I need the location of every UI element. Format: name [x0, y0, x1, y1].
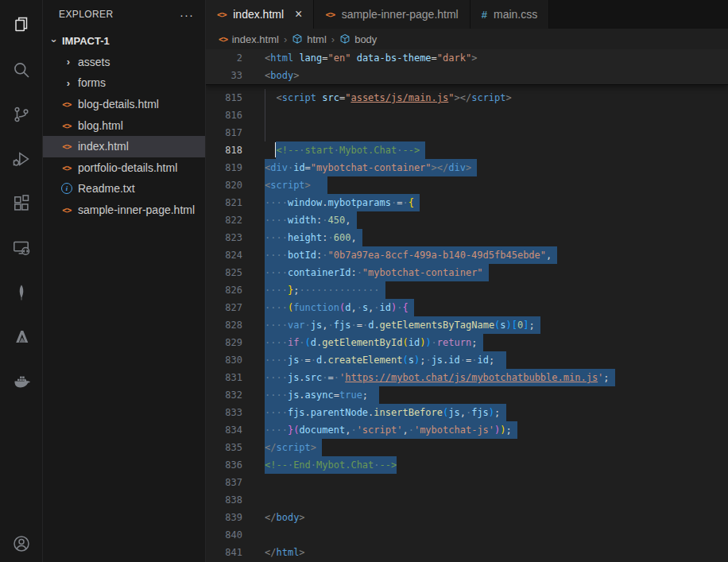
line-number[interactable]: 828	[206, 316, 242, 334]
line-number[interactable]: 837	[206, 474, 242, 491]
code-line-827[interactable]: 827····(function(d,·s,·id)·{	[206, 299, 728, 316]
mongodb-icon[interactable]	[0, 270, 42, 315]
line-number[interactable]: 33	[206, 67, 242, 84]
code-line-836[interactable]: 836<!--·End·Mybot.Chat·-->	[206, 456, 728, 474]
code-line-816[interactable]: 816	[206, 107, 728, 124]
breadcrumb-item-index.html[interactable]: <>index.html	[219, 33, 279, 45]
code-line-2[interactable]: 2<html lang="en" data-bs-theme="dark">	[206, 49, 728, 67]
run-debug-icon[interactable]	[0, 137, 42, 181]
code-text[interactable]: ····fjs.parentNode.insertBefore(js,·fjs)…	[242, 404, 506, 421]
sidebar-item-sample-inner-page-html[interactable]: <>sample-inner-page.html	[43, 200, 205, 221]
tab-index-html[interactable]: <>index.html×	[206, 0, 314, 29]
code-text[interactable]: <script src="assets/js/main.js"></script…	[242, 89, 512, 107]
code-line-33[interactable]: 33<body>	[206, 67, 728, 84]
code-line-841[interactable]: 841</html>	[206, 544, 728, 561]
code-line-815[interactable]: 815 <script src="assets/js/main.js"></sc…	[206, 89, 728, 107]
code-text[interactable]: ····if·(d.getElementById(id))·return;	[242, 334, 483, 351]
line-number[interactable]: 831	[206, 369, 242, 386]
code-text[interactable]: ····js.async=true;	[242, 386, 379, 404]
code-text[interactable]	[242, 124, 265, 141]
line-number[interactable]: 836	[206, 456, 242, 474]
code-text[interactable]	[242, 526, 265, 544]
extensions-icon[interactable]	[0, 181, 42, 226]
code-editor[interactable]: 2<html lang="en" data-bs-theme="dark">33…	[206, 49, 728, 562]
code-line-825[interactable]: 825····containerId:·"mybotchat-container…	[206, 264, 728, 281]
close-icon[interactable]: ×	[295, 8, 302, 21]
code-line-839[interactable]: 839</body>	[206, 509, 728, 526]
line-number[interactable]: 824	[206, 246, 242, 264]
code-text[interactable]: ····js.src·=·'https://mybot.chat/js/mybo…	[242, 369, 615, 386]
line-number[interactable]: 833	[206, 404, 242, 421]
code-text[interactable]: ····containerId:·"mybotchat-container"	[242, 264, 489, 281]
line-number[interactable]: 834	[206, 421, 242, 439]
sticky-scroll[interactable]: 2<html lang="en" data-bs-theme="dark">33…	[206, 49, 728, 85]
code-text[interactable]: <!--·start·Mybot.Chat·-->	[242, 141, 425, 159]
docker-icon[interactable]	[0, 359, 42, 404]
line-number[interactable]: 827	[206, 299, 242, 316]
code-line-818[interactable]: 818 <!--·start·Mybot.Chat·-->	[206, 141, 728, 159]
sidebar-item-index-html[interactable]: <>index.html	[43, 136, 205, 157]
code-line-821[interactable]: 821····window.mybotparams·=·{	[206, 194, 728, 211]
code-text[interactable]	[242, 107, 265, 124]
source-control-icon[interactable]	[0, 92, 42, 137]
line-number[interactable]: 832	[206, 386, 242, 404]
code-text[interactable]	[242, 491, 265, 509]
tab-sample-inner-page-html[interactable]: <>sample-inner-page.html	[314, 0, 470, 29]
line-number[interactable]: 816	[206, 107, 242, 124]
line-number[interactable]: 823	[206, 229, 242, 246]
code-line-835[interactable]: 835</script>	[206, 439, 728, 456]
code-text[interactable]: ····}(document,·'script',·'mybotchat-js'…	[242, 421, 517, 439]
azure-icon[interactable]	[0, 315, 42, 359]
line-number[interactable]: 840	[206, 526, 242, 544]
code-text[interactable]: <div·id="mybotchat-container"></div>	[242, 159, 477, 176]
code-lines[interactable]: 815 <script src="assets/js/main.js"></sc…	[206, 85, 728, 561]
line-number[interactable]: 820	[206, 176, 242, 194]
search-icon[interactable]	[0, 48, 42, 92]
line-number[interactable]: 841	[206, 544, 242, 561]
code-text[interactable]: </script>	[242, 439, 322, 456]
code-text[interactable]: ····botId:·"0b7a97ea-8ccf-499a-b140-49d5…	[242, 246, 557, 264]
code-text[interactable]: ····height:·600,	[242, 229, 362, 246]
code-text[interactable]: <html lang="en" data-bs-theme="dark">	[242, 49, 477, 67]
line-number[interactable]: 818	[206, 141, 242, 159]
code-text[interactable]: <body>	[242, 67, 299, 84]
code-text[interactable]: ····width:·450,	[242, 211, 357, 229]
tab-main-css[interactable]: #main.css	[470, 0, 549, 29]
line-number[interactable]: 838	[206, 491, 242, 509]
breadcrumb-item-html[interactable]: html	[292, 33, 327, 45]
code-text[interactable]: <script>	[242, 176, 327, 194]
sidebar-item-forms[interactable]: ›forms	[43, 72, 205, 94]
code-line-838[interactable]: 838	[206, 491, 728, 509]
code-text[interactable]: ····(function(d,·s,·id)·{	[242, 299, 414, 316]
code-line-823[interactable]: 823····height:·600,	[206, 229, 728, 246]
code-line-840[interactable]: 840	[206, 526, 728, 544]
more-actions-icon[interactable]: ···	[180, 8, 194, 21]
code-text[interactable]	[242, 474, 265, 491]
line-number[interactable]: 839	[206, 509, 242, 526]
files-icon[interactable]	[0, 3, 42, 48]
line-number[interactable]: 815	[206, 89, 242, 107]
code-line-828[interactable]: 828····var·js,·fjs·=·d.getElementsByTagN…	[206, 316, 728, 334]
sidebar-item-assets[interactable]: ›assets	[43, 52, 205, 73]
code-line-822[interactable]: 822····width:·450,	[206, 211, 728, 229]
code-text[interactable]: </body>	[242, 509, 305, 526]
sidebar-item-blog-html[interactable]: <>blog.html	[43, 114, 205, 136]
code-line-829[interactable]: 829····if·(d.getElementById(id))·return;	[206, 334, 728, 351]
breadcrumb-item-body[interactable]: body	[339, 33, 377, 45]
line-number[interactable]: 817	[206, 124, 242, 141]
sidebar-item-blog-details-html[interactable]: <>blog-details.html	[43, 94, 205, 115]
code-line-824[interactable]: 824····botId:·"0b7a97ea-8ccf-499a-b140-4…	[206, 246, 728, 264]
line-number[interactable]: 829	[206, 334, 242, 351]
line-number[interactable]: 2	[206, 49, 242, 67]
code-line-837[interactable]: 837	[206, 474, 728, 491]
code-line-817[interactable]: 817	[206, 124, 728, 141]
code-text[interactable]: ····};··············	[242, 281, 385, 299]
line-number[interactable]: 835	[206, 439, 242, 456]
code-line-832[interactable]: 832····js.async=true;	[206, 386, 728, 404]
code-line-820[interactable]: 820<script>	[206, 176, 728, 194]
sidebar-root-impact-1[interactable]: ›IMPACT-1	[43, 30, 205, 52]
line-number[interactable]: 819	[206, 159, 242, 176]
code-line-830[interactable]: 830····js·=·d.createElement(s);·js.id·=·…	[206, 351, 728, 369]
code-text[interactable]: <!--·End·Mybot.Chat·-->	[242, 456, 397, 474]
line-number[interactable]: 821	[206, 194, 242, 211]
